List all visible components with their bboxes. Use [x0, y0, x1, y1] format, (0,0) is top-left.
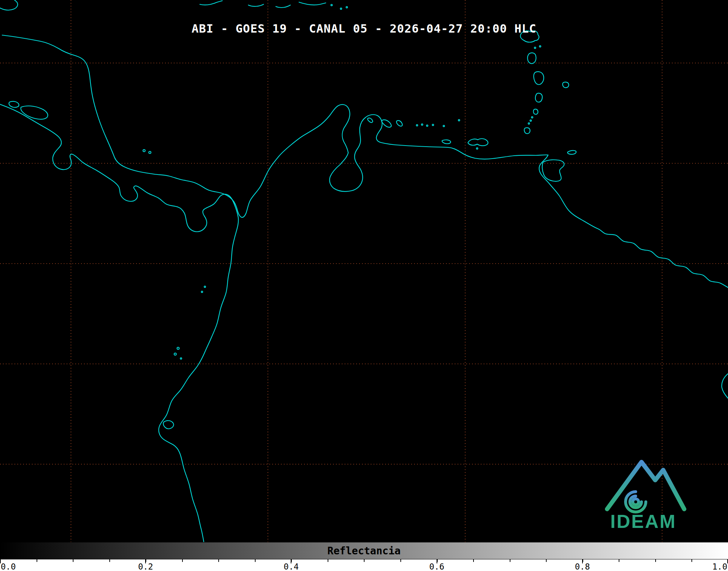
islands-grenadines [528, 117, 533, 124]
island-coche [476, 148, 478, 149]
ideam-logo-icon: IDEAM [598, 452, 689, 535]
page-title: ABI - GOES 19 - CANAL 05 - 2026-04-27 20… [0, 22, 728, 35]
tick-label: 0.8 [575, 562, 590, 571]
tick-label: 0.6 [429, 562, 445, 571]
ideam-logo-text: IDEAM [610, 511, 677, 532]
islands-misc-dots [143, 150, 206, 359]
island-dominica [527, 53, 536, 64]
hurricane-swirl-icon [626, 492, 646, 512]
islands-los-roques [416, 119, 460, 127]
tick-label: 0.0 [1, 562, 16, 571]
coast-fragments-greater-antilles [200, 1, 348, 9]
islands-les-saintes [534, 46, 541, 49]
coastline-pacific-southamerica [0, 104, 239, 542]
island-la-tortuga [442, 140, 451, 144]
coastline-maracaibo-venezuela [329, 115, 548, 192]
island-trinidad [542, 160, 564, 181]
island-tobago [568, 151, 576, 155]
lake-managua [9, 101, 19, 108]
island-barbados [563, 82, 569, 88]
island-st-vincent [533, 109, 538, 114]
coast-fragment-brazil [722, 374, 728, 398]
island-bonaire [396, 121, 402, 126]
tick-label: 0.2 [138, 562, 153, 571]
lake-nicaragua [21, 106, 48, 119]
colorbar-axis: 0.0 0.2 0.4 0.6 0.8 1.0 [0, 559, 728, 571]
tick-label: 1.0 [712, 562, 727, 571]
ideam-logo: IDEAM [598, 452, 689, 535]
island-martinique [534, 72, 544, 84]
minor-ticks [0, 559, 728, 562]
coastline-orinoco-guianas [539, 155, 728, 287]
colorbar: Reflectancia [0, 542, 728, 559]
island-margarita [468, 139, 488, 146]
island-st-lucia [535, 93, 542, 102]
satellite-product-frame: ABI - GOES 19 - CANAL 05 - 2026-04-27 20… [0, 0, 728, 571]
island-aruba [367, 118, 373, 122]
map-area: ABI - GOES 19 - CANAL 05 - 2026-04-27 20… [0, 0, 728, 542]
island-grenada [524, 128, 530, 134]
island-puna [163, 421, 173, 429]
coastline-centralamerica-caribbean [2, 35, 350, 217]
island-curacao [382, 120, 391, 127]
island-jamaica-fragment [0, 0, 18, 10]
colorbar-label: Reflectancia [327, 545, 400, 557]
tick-label: 0.4 [284, 562, 299, 571]
